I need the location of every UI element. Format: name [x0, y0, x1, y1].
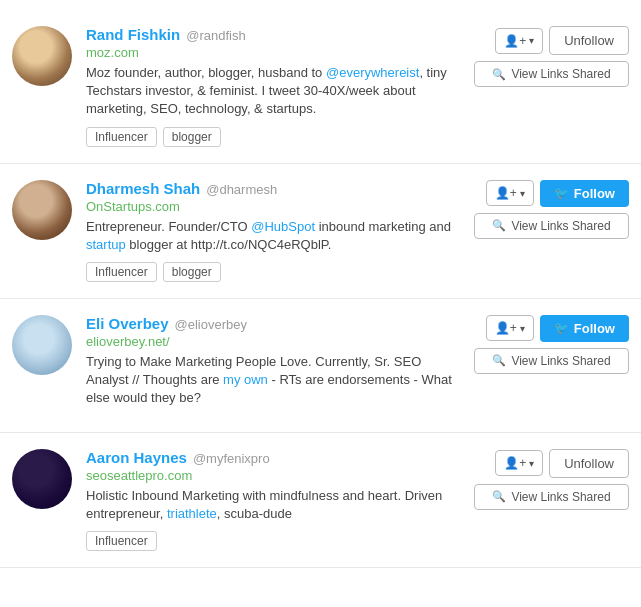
- tags-aaron-haynes: Influencer: [86, 531, 464, 551]
- bio-link[interactable]: startup: [86, 237, 126, 252]
- tag-influencer: Influencer: [86, 127, 157, 147]
- avatar-aaron-haynes: [12, 449, 72, 509]
- name-row-rand-fishkin: Rand Fishkin@randfish: [86, 26, 464, 43]
- search-icon: 🔍: [492, 490, 506, 503]
- dropdown-arrow-icon: ▾: [520, 323, 525, 334]
- person-name-rand-fishkin[interactable]: Rand Fishkin: [86, 26, 180, 43]
- action-row-top-dharmesh-shah: 👤+▾🐦Follow: [486, 180, 629, 207]
- person-card-rand-fishkin: Rand Fishkin@randfishmoz.comMoz founder,…: [0, 10, 641, 164]
- tag-blogger: blogger: [163, 262, 221, 282]
- person-name-aaron-haynes[interactable]: Aaron Haynes: [86, 449, 187, 466]
- search-icon: 🔍: [492, 219, 506, 232]
- actions-dharmesh-shah: 👤+▾🐦Follow🔍View Links Shared: [474, 180, 629, 239]
- tags-rand-fishkin: Influencerblogger: [86, 127, 464, 147]
- tag-influencer: Influencer: [86, 262, 157, 282]
- add-to-list-button-eli-overbey[interactable]: 👤+▾: [486, 315, 534, 341]
- person-add-icon: 👤+: [504, 34, 526, 48]
- twitter-bird-icon: 🐦: [554, 186, 569, 200]
- person-info-eli-overbey: Eli Overbey@elioverbeyelioverbey.net/Try…: [86, 315, 464, 416]
- action-row-top-rand-fishkin: 👤+▾Unfollow: [495, 26, 629, 55]
- person-website-aaron-haynes[interactable]: seoseattlepro.com: [86, 468, 464, 483]
- view-links-button-dharmesh-shah[interactable]: 🔍View Links Shared: [474, 213, 629, 239]
- follow-button-dharmesh-shah[interactable]: 🐦Follow: [540, 180, 629, 207]
- name-row-aaron-haynes: Aaron Haynes@myfenixpro: [86, 449, 464, 466]
- bio-link[interactable]: triathlete: [167, 506, 217, 521]
- dropdown-arrow-icon: ▾: [529, 35, 534, 46]
- add-to-list-button-dharmesh-shah[interactable]: 👤+▾: [486, 180, 534, 206]
- tags-dharmesh-shah: Influencerblogger: [86, 262, 464, 282]
- search-icon: 🔍: [492, 354, 506, 367]
- person-add-icon: 👤+: [504, 456, 526, 470]
- action-row-top-aaron-haynes: 👤+▾Unfollow: [495, 449, 629, 478]
- person-handle-dharmesh-shah: @dharmesh: [206, 182, 277, 197]
- person-bio-dharmesh-shah: Entrepreneur. Founder/CTO @HubSpot inbou…: [86, 218, 464, 254]
- person-bio-rand-fishkin: Moz founder, author, blogger, husband to…: [86, 64, 464, 119]
- view-links-button-rand-fishkin[interactable]: 🔍View Links Shared: [474, 61, 629, 87]
- person-add-icon: 👤+: [495, 321, 517, 335]
- twitter-bird-icon: 🐦: [554, 321, 569, 335]
- person-name-dharmesh-shah[interactable]: Dharmesh Shah: [86, 180, 200, 197]
- bio-link[interactable]: @everywhereist: [326, 65, 419, 80]
- follow-button-eli-overbey[interactable]: 🐦Follow: [540, 315, 629, 342]
- person-website-rand-fishkin[interactable]: moz.com: [86, 45, 464, 60]
- person-website-eli-overbey[interactable]: elioverbey.net/: [86, 334, 464, 349]
- person-handle-eli-overbey: @elioverbey: [175, 317, 247, 332]
- view-links-label: View Links Shared: [511, 354, 610, 368]
- person-name-eli-overbey[interactable]: Eli Overbey: [86, 315, 169, 332]
- view-links-button-eli-overbey[interactable]: 🔍View Links Shared: [474, 348, 629, 374]
- person-info-dharmesh-shah: Dharmesh Shah@dharmeshOnStartups.comEntr…: [86, 180, 464, 282]
- person-info-rand-fishkin: Rand Fishkin@randfishmoz.comMoz founder,…: [86, 26, 464, 147]
- avatar-eli-overbey: [12, 315, 72, 375]
- tag-blogger: blogger: [163, 127, 221, 147]
- view-links-button-aaron-haynes[interactable]: 🔍View Links Shared: [474, 484, 629, 510]
- person-handle-rand-fishkin: @randfish: [186, 28, 245, 43]
- bio-link[interactable]: @HubSpot: [251, 219, 315, 234]
- actions-eli-overbey: 👤+▾🐦Follow🔍View Links Shared: [474, 315, 629, 374]
- person-card-eli-overbey: Eli Overbey@elioverbeyelioverbey.net/Try…: [0, 299, 641, 433]
- unfollow-button-rand-fishkin[interactable]: Unfollow: [549, 26, 629, 55]
- tag-influencer: Influencer: [86, 531, 157, 551]
- person-bio-aaron-haynes: Holistic Inbound Marketing with mindfuln…: [86, 487, 464, 523]
- person-handle-aaron-haynes: @myfenixpro: [193, 451, 270, 466]
- avatar-rand-fishkin: [12, 26, 72, 86]
- view-links-label: View Links Shared: [511, 67, 610, 81]
- person-card-aaron-haynes: Aaron Haynes@myfenixproseoseattlepro.com…: [0, 433, 641, 568]
- actions-aaron-haynes: 👤+▾Unfollow🔍View Links Shared: [474, 449, 629, 510]
- bio-link[interactable]: my own: [223, 372, 268, 387]
- person-add-icon: 👤+: [495, 186, 517, 200]
- person-bio-eli-overbey: Trying to Make Marketing People Love. Cu…: [86, 353, 464, 408]
- name-row-dharmesh-shah: Dharmesh Shah@dharmesh: [86, 180, 464, 197]
- search-icon: 🔍: [492, 68, 506, 81]
- person-list: Rand Fishkin@randfishmoz.comMoz founder,…: [0, 0, 641, 578]
- follow-label: Follow: [574, 186, 615, 201]
- actions-rand-fishkin: 👤+▾Unfollow🔍View Links Shared: [474, 26, 629, 87]
- add-to-list-button-rand-fishkin[interactable]: 👤+▾: [495, 28, 543, 54]
- dropdown-arrow-icon: ▾: [520, 188, 525, 199]
- person-website-dharmesh-shah[interactable]: OnStartups.com: [86, 199, 464, 214]
- person-card-dharmesh-shah: Dharmesh Shah@dharmeshOnStartups.comEntr…: [0, 164, 641, 299]
- name-row-eli-overbey: Eli Overbey@elioverbey: [86, 315, 464, 332]
- add-to-list-button-aaron-haynes[interactable]: 👤+▾: [495, 450, 543, 476]
- view-links-label: View Links Shared: [511, 490, 610, 504]
- unfollow-button-aaron-haynes[interactable]: Unfollow: [549, 449, 629, 478]
- view-links-label: View Links Shared: [511, 219, 610, 233]
- action-row-top-eli-overbey: 👤+▾🐦Follow: [486, 315, 629, 342]
- follow-label: Follow: [574, 321, 615, 336]
- person-info-aaron-haynes: Aaron Haynes@myfenixproseoseattlepro.com…: [86, 449, 464, 551]
- dropdown-arrow-icon: ▾: [529, 458, 534, 469]
- avatar-dharmesh-shah: [12, 180, 72, 240]
